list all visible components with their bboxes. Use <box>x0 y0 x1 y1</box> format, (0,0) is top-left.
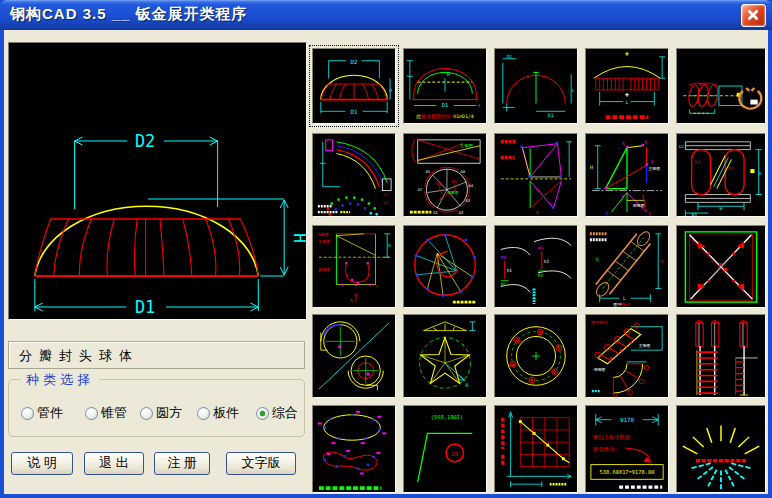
thumb-star-cone[interactable]: R <box>403 314 487 398</box>
register-button[interactable]: 注 册 <box>154 452 210 475</box>
thumb-flange-ring-drawing <box>495 315 577 397</box>
cad-label: H <box>660 258 663 264</box>
dim-label-d2: D2 <box>135 131 155 151</box>
thumb-truss-views-drawing: A <box>495 134 577 216</box>
radio-label: 板件 <box>213 404 239 422</box>
cad-label: D1 <box>350 109 358 115</box>
radio-pipe[interactable]: 管件 <box>21 404 63 422</box>
close-button[interactable] <box>741 4 766 27</box>
cad-label: A2 <box>459 210 464 215</box>
thumb-note: 此标准椭圆封头 H1=D1/4 <box>416 113 474 120</box>
cad-label: L1 <box>383 192 388 197</box>
cad-label: A1 <box>433 210 438 215</box>
titlebar[interactable]: 钢构CAD 3.5 __ 钣金展开类程序 <box>0 0 772 30</box>
thumb-cage-ladder[interactable] <box>676 314 766 398</box>
cad-label: 主视图 <box>648 166 660 171</box>
type-group-title: 种类选择 <box>21 371 99 389</box>
thumb-elbow-bend[interactable]: L1 L2 <box>312 133 396 217</box>
dim-label-h: H <box>290 233 306 243</box>
selected-item-caption: 分瓣封头球体 <box>8 341 305 369</box>
thumb-inclined-auger-drawing: S H L 图中N=4 <box>586 226 668 307</box>
cad-label: H <box>759 171 762 176</box>
cad-label: P3 <box>538 246 544 251</box>
cad-label: 俯视图 <box>447 190 459 195</box>
thumb-spherical-cap[interactable]: D2 L D1 <box>494 48 578 124</box>
radio-label: 圆方 <box>156 404 182 422</box>
exit-button[interactable]: 退 出 <box>84 452 144 475</box>
thumb-twin-cylinder-drawing: D1 D1 H W W1 D2 <box>677 134 765 216</box>
thumb-ellipse-head[interactable]: H D1 t 此标准椭圆封头 H1=D1/4 <box>403 48 487 124</box>
thumb-projection-views[interactable]: A视图 主视图 俯视图 H × A <box>312 225 396 308</box>
cad-label: W1 <box>692 212 698 216</box>
thumb-spiral-fan-drawing <box>404 226 486 307</box>
radio-combined[interactable]: 综合 <box>256 404 298 422</box>
thumb-wireframe-numbered[interactable]: H 主视图 俯视图 4 5 3 1 2 4 <box>585 133 669 217</box>
thumb-arc-panel[interactable]: L <box>585 48 669 124</box>
radio-plate[interactable]: 板件 <box>197 404 239 422</box>
thumb-ellipse-head-drawing: H D1 t 此标准椭圆封头 H1=D1/4 <box>404 49 486 123</box>
radio-dot[interactable] <box>197 407 210 420</box>
thumb-star-cone-drawing: R <box>404 315 486 397</box>
thumb-cone-layout[interactable]: 主视图 A5 A6 A7 A4 A3 A1 A2 B5 B6 B7 俯视图 <box>403 133 487 217</box>
thumb-coordinate-pick[interactable]: (568,1902) 28 <box>403 405 487 493</box>
help-button[interactable]: 说 明 <box>11 452 73 475</box>
thumb-dimension-note[interactable]: 9178 将以上标注数据 改变形为: 538.60X17=9178.00 <box>585 405 669 493</box>
cad-label: 俯视图 <box>318 267 330 273</box>
preview-panel: D2 D1 H <box>8 42 307 320</box>
window-title: 钢构CAD 3.5 __ 钣金展开类程序 <box>10 5 248 24</box>
thumb-segmented-dome[interactable]: D2 D1 H <box>312 48 396 124</box>
thumb-spiral-stair[interactable]: 图中N=5 主视图 俯视图 <box>585 314 669 398</box>
cad-label: A视图 <box>318 232 329 237</box>
cad-label: L2 <box>383 200 388 205</box>
thumb-flange-ring[interactable] <box>494 314 578 398</box>
cad-label: D1 <box>548 112 554 118</box>
radio-dot[interactable] <box>256 407 269 420</box>
radio-dot[interactable] <box>140 407 153 420</box>
thumb-twin-cylinder[interactable]: D1 D1 H W W1 D2 <box>676 133 766 217</box>
cad-label: P1 <box>501 282 507 287</box>
thumb-spiral-fan[interactable] <box>403 225 487 308</box>
thumb-projection-views-drawing: A视图 主视图 俯视图 H × A <box>313 226 395 307</box>
cad-label: h1 <box>507 268 513 273</box>
thumb-cross-brace-drawing <box>677 226 765 307</box>
cad-label: D1 <box>695 160 701 165</box>
coordinate-label: (568,1902) <box>431 414 463 420</box>
cad-label: B7 <box>439 196 444 201</box>
text-version-button[interactable]: 文字版 <box>226 452 296 475</box>
radio-label: 锥管 <box>101 404 127 422</box>
thumb-wireframe-numbered-drawing: H 主视图 俯视图 4 5 3 1 2 4 <box>586 134 668 216</box>
radio-round-square[interactable]: 圆方 <box>140 404 182 422</box>
thumb-transition-curves[interactable]: P4 h1 P1 P3 h2 P2 <box>494 225 578 308</box>
thumb-grid-chart[interactable] <box>494 405 578 493</box>
cad-label: h2 <box>544 259 550 264</box>
cad-label: t <box>478 103 480 108</box>
thumb-spline-curves-drawing <box>313 406 395 492</box>
cad-label: 5 <box>645 140 648 145</box>
cad-label: 俯视图 <box>594 367 606 372</box>
cad-label: R <box>466 382 469 388</box>
thumb-spiral-stair-drawing: 图中N=5 主视图 俯视图 <box>586 315 668 397</box>
note-line: 将以上标注数据 <box>592 434 631 441</box>
thumb-radial-pattern-drawing <box>677 406 765 492</box>
thumb-inclined-auger[interactable]: S H L 图中N=4 <box>585 225 669 308</box>
cad-label: B5 <box>436 181 441 186</box>
cad-label: 主视图 <box>317 239 330 244</box>
thumb-elbow-bend-drawing: L1 L2 <box>313 134 395 216</box>
thumb-cross-brace[interactable] <box>676 225 766 308</box>
cad-label: D1 <box>442 102 448 108</box>
cad-label: 主视图 <box>639 343 651 348</box>
cad-label: L <box>626 100 629 106</box>
app-window: 钢构CAD 3.5 __ 钣金展开类程序 D2 D1 H 分瓣封头球体 种 <box>0 0 772 498</box>
thumb-cone-layout-drawing: 主视图 A5 A6 A7 A4 A3 A1 A2 B5 B6 B7 俯视图 <box>404 134 486 216</box>
radio-cone[interactable]: 锥管 <box>85 404 127 422</box>
cad-label: D2 <box>507 54 513 59</box>
cad-label: H <box>389 88 392 93</box>
thumb-expansion-coil[interactable] <box>676 48 766 124</box>
thumb-truss-views[interactable]: A <box>494 133 578 217</box>
radio-dot[interactable] <box>21 407 34 420</box>
radio-dot[interactable] <box>85 407 98 420</box>
dome-preview-drawing: D2 D1 H <box>9 43 306 319</box>
thumb-volutes[interactable] <box>312 314 396 398</box>
thumb-radial-pattern[interactable] <box>676 405 766 493</box>
thumb-spline-curves[interactable] <box>312 405 396 493</box>
